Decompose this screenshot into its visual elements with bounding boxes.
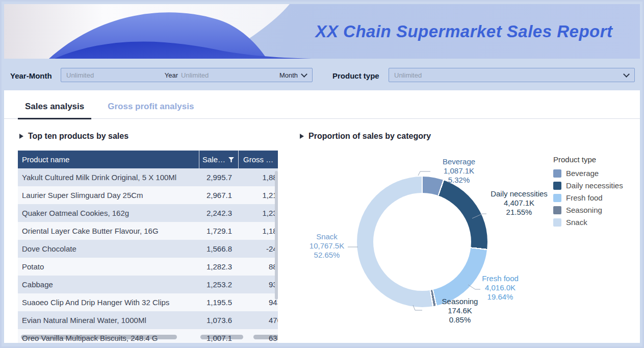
legend-swatch [553,218,561,227]
table-cell: 638 [238,334,278,342]
table-cell: 943 [238,298,278,307]
legend-label: Beverage [566,169,599,178]
table-cell: 1,282.3 [199,262,238,271]
table-cell: Cabbage [18,280,199,289]
legend-swatch [553,182,561,190]
legend-item-fresh-food[interactable]: Fresh food [553,193,623,202]
table-cell: -244 [238,244,278,253]
table-body: Yakult Cultured Milk Drink Original, 5 X… [18,168,278,343]
chart-section-title-text: Proportion of sales by category [308,132,431,141]
table-cell: 1,729.1 [199,227,238,235]
tab-sales-analysis[interactable]: Sales analysis [18,102,91,118]
table-row[interactable]: Oreo Vanilla Multipack Biscuits, 248.4 G… [18,329,278,343]
table-cell: 1,566.8 [199,244,238,253]
month-unit-label: Month [279,71,298,79]
table-row[interactable]: Quaker Oatmeal Cookies, 162g2,242.31,235 [18,204,278,222]
table-cell: 1,195.5 [199,298,238,307]
legend-label: Fresh food [566,193,603,202]
table-cell: 1,884 [238,173,278,182]
year-month-picker[interactable]: Unlimited Year Unlimited Month [61,68,313,82]
chart-legend: Product type BeverageDaily necessitiesFr… [553,155,623,230]
column-header-product-name[interactable]: Product name [18,151,199,168]
tab-bar: Sales analysis Gross profit analysis [4,90,640,119]
legend-label: Seasoning [566,206,602,214]
legend-swatch [553,206,561,214]
legend-swatch [553,169,561,178]
legend-item-daily-necessities[interactable]: Daily necessities [553,181,623,190]
legend-label: Daily necessities [566,181,623,190]
collapse-arrow-icon[interactable] [300,134,304,139]
table-cell: 887 [238,262,278,271]
content-panel: Sales analysis Gross profit analysis Top… [4,90,640,343]
month-input[interactable]: Unlimited [181,71,276,79]
table-cell: 1,253.2 [199,280,238,289]
table-cell: 470 [238,316,278,325]
table-cell: 1,214 [238,191,278,200]
product-type-dropdown[interactable]: Unlimited [389,68,635,82]
year-month-filter-label: Year-Month [10,71,52,80]
table-header-row: Product name Sale… Gross … [18,151,278,168]
table-vertical-scrollbar[interactable] [275,171,278,300]
legend-item-seasoning[interactable]: Seasoning [553,206,623,214]
table-row[interactable]: Dove Chocolate1,566.8-244 [18,240,278,258]
table-row[interactable]: Yakult Cultured Milk Drink Original, 5 X… [18,168,278,186]
legend-item-snack[interactable]: Snack [553,218,623,227]
table-cell: Yakult Cultured Milk Drink Original, 5 X… [18,173,199,182]
slice-label-beverage: Beverage 1,087.1K 5.32% [431,157,487,185]
legend-title: Product type [553,155,623,164]
filter-funnel-icon[interactable] [228,157,234,162]
donut-hole [373,193,471,291]
table-row[interactable]: Evian Natural Mineral Water, 1000Ml1,073… [18,311,278,329]
table-cell: 1,073.6 [199,316,238,325]
legend-items: BeverageDaily necessitiesFresh foodSeaso… [553,169,623,227]
table-cell: Oriental Layer Cake Butter Flavour, 16G [18,227,199,235]
year-unit-label: Year [165,71,178,79]
chevron-down-icon[interactable] [301,71,307,78]
table-cell: 2,995.7 [199,173,238,182]
slice-label-snack: Snack 10,767.5K 52.65% [305,232,349,260]
slice-label-seasoning: Seasoning 174.6K 0.85% [437,297,482,325]
product-type-value: Unlimited [394,71,620,79]
table-row[interactable]: Laurier Super Slimguard Day 25Cm2,967.11… [18,186,278,204]
table-section-title-text: Top ten products by sales [28,132,128,141]
year-input[interactable]: Unlimited [66,71,162,79]
table-cell: Dove Chocolate [18,244,199,253]
table-row[interactable]: Potato1,282.3887 [18,258,278,276]
table-cell: Evian Natural Mineral Water, 1000Ml [18,316,199,325]
column-header-sales[interactable]: Sale… [199,151,238,168]
tab-gross-profit-analysis[interactable]: Gross profit analysis [100,102,201,118]
legend-swatch [553,194,561,202]
top-ten-products-table: Product name Sale… Gross … Yakult Cultur… [18,151,278,343]
slice-label-fresh-food: Fresh food 4,016.0K 19.64% [478,274,522,302]
table-cell: 1,184 [238,227,278,235]
chart-section-title: Proportion of sales by category [300,132,431,141]
report-page: XX Chain Supermarket Sales Report Year-M… [0,0,644,348]
table-cell: 1,007.1 [199,334,238,342]
chevron-down-icon[interactable] [623,71,630,78]
table-cell: 2,967.1 [199,191,238,200]
column-header-gross[interactable]: Gross … [238,151,278,168]
table-cell: 1,235 [238,209,278,217]
table-section-title: Top ten products by sales [19,132,128,141]
table-row[interactable]: Oriental Layer Cake Butter Flavour, 16G1… [18,222,278,240]
page-title: XX Chain Supermarket Sales Report [297,4,631,59]
collapse-arrow-icon[interactable] [19,134,23,139]
legend-item-beverage[interactable]: Beverage [553,169,623,178]
table-row[interactable]: Cabbage1,253.2936 [18,276,278,293]
table-cell: 2,242.3 [199,209,238,217]
table-cell: Suaoeo Clip And Drip Hanger With 32 Clip… [18,298,199,307]
table-cell: Laurier Super Slimguard Day 25Cm [18,191,199,200]
table-cell: Quaker Oatmeal Cookies, 162g [18,209,199,217]
table-cell: 936 [238,280,278,289]
slice-label-daily-necessities: Daily necessities 4,407.1K 21.55% [485,189,553,217]
table-cell: Oreo Vanilla Multipack Biscuits, 248.4 G [18,334,199,342]
banner: XX Chain Supermarket Sales Report [4,4,640,59]
legend-label: Snack [566,218,587,227]
table-cell: Potato [18,262,199,271]
table-row[interactable]: Suaoeo Clip And Drip Hanger With 32 Clip… [18,293,278,311]
product-type-filter-label: Product type [332,71,379,80]
